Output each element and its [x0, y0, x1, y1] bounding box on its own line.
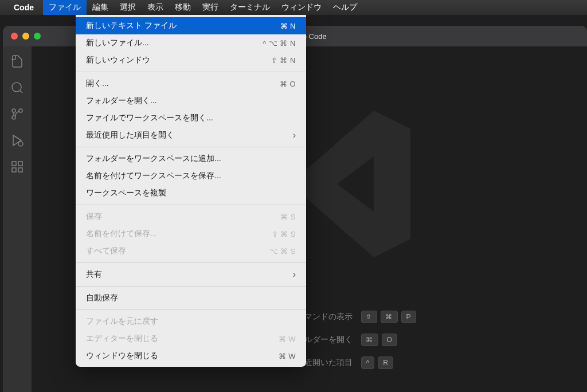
shortcut-keys: ⌘O	[361, 334, 397, 346]
source-control-icon[interactable]	[9, 106, 25, 122]
shortcut-keys: ⇧⌘P	[361, 311, 416, 323]
macos-menubar: Code ファイル編集選択表示移動実行ターミナルウィンドウヘルプ	[0, 0, 587, 15]
menu-item-label: 開く...	[86, 79, 109, 89]
menu-item-label: 名前を付けてワークスペースを保存...	[86, 171, 221, 181]
svg-point-6	[18, 142, 23, 146]
menubar-item-5[interactable]: 実行	[197, 0, 224, 15]
menu-item[interactable]: ウィンドウを閉じる⌘ W	[76, 347, 306, 364]
close-window-button[interactable]	[11, 33, 18, 40]
menu-separator	[76, 262, 306, 263]
menubar-item-7[interactable]: ウィンドウ	[276, 0, 327, 15]
menu-item-label: ワークスペースを複製	[86, 188, 166, 198]
menu-item-label: フォルダーをワークスペースに追加...	[86, 154, 221, 164]
menu-item-label: ファイルでワークスペースを開く...	[86, 113, 213, 123]
svg-point-0	[12, 83, 21, 92]
menu-item[interactable]: 自動保存	[76, 289, 306, 307]
chevron-right-icon: ›	[293, 269, 296, 280]
menu-shortcut: ⌥ ⌘ S	[269, 247, 296, 256]
menu-item[interactable]: 新しいウィンドウ⇧ ⌘ N	[76, 52, 306, 69]
menu-item-label: エディターを閉じる	[86, 334, 158, 344]
menu-item[interactable]: 新しいファイル...^ ⌥ ⌘ N	[76, 34, 306, 52]
svg-line-1	[20, 91, 22, 93]
extensions-icon[interactable]	[9, 159, 25, 175]
file-menu-dropdown: 新しいテキスト ファイル⌘ N新しいファイル...^ ⌥ ⌘ N新しいウィンドウ…	[76, 15, 306, 367]
menu-item-label: 自動保存	[86, 293, 118, 303]
menu-item[interactable]: ワークスペースを複製	[76, 185, 306, 202]
svg-rect-7	[12, 162, 16, 166]
maximize-window-button[interactable]	[34, 33, 41, 40]
menu-item-label: すべて保存	[86, 246, 126, 256]
svg-rect-9	[12, 168, 16, 172]
menu-separator	[76, 205, 306, 205]
svg-rect-8	[18, 162, 22, 166]
menu-shortcut: ^ ⌥ ⌘ N	[263, 39, 296, 48]
menu-item[interactable]: 新しいテキスト ファイル⌘ N	[76, 17, 306, 34]
menubar-item-6[interactable]: ターミナル	[224, 0, 276, 15]
menubar-item-1[interactable]: 編集	[87, 0, 114, 15]
key: ⇧	[361, 311, 377, 323]
menubar-item-4[interactable]: 移動	[169, 0, 197, 15]
key: R	[378, 356, 393, 369]
menu-item[interactable]: フォルダーを開く...	[76, 92, 306, 109]
menu-item-label: 共有	[86, 269, 102, 280]
run-debug-icon[interactable]	[9, 132, 25, 148]
menu-separator	[76, 286, 306, 287]
key: O	[381, 334, 397, 346]
files-icon[interactable]	[9, 53, 25, 69]
menu-shortcut: ⇧ ⌘ S	[272, 230, 296, 238]
menu-shortcut: ⇧ ⌘ N	[271, 56, 296, 65]
menu-item[interactable]: 名前を付けてワークスペースを保存...	[76, 167, 306, 185]
menu-item-label: 新しいウィンドウ	[86, 55, 150, 65]
menu-item[interactable]: フォルダーをワークスペースに追加...	[76, 150, 306, 167]
menu-item[interactable]: 開く...⌘ O	[76, 75, 306, 92]
svg-rect-10	[18, 168, 22, 172]
shortcut-keys: ^R	[361, 356, 393, 369]
menu-item: 保存⌘ S	[76, 208, 306, 225]
menu-shortcut: ⌘ W	[279, 352, 296, 360]
menu-item-label: フォルダーを開く...	[86, 96, 157, 106]
menu-item: エディターを閉じる⌘ W	[76, 330, 306, 347]
key: ^	[361, 356, 374, 369]
menu-item-label: 新しいファイル...	[86, 38, 149, 48]
key: P	[401, 311, 416, 323]
svg-point-2	[19, 109, 22, 112]
activity-bar	[3, 46, 32, 392]
menu-item-label: 最近使用した項目を開く	[86, 130, 174, 140]
key: ⌘	[361, 334, 378, 346]
svg-marker-5	[13, 135, 21, 146]
menu-separator	[76, 309, 306, 310]
menu-shortcut: ⌘ W	[279, 335, 296, 343]
menubar-item-0[interactable]: ファイル	[43, 0, 87, 15]
svg-point-4	[12, 109, 15, 112]
menu-item[interactable]: 最近使用した項目を開く›	[76, 127, 306, 144]
search-icon[interactable]	[9, 80, 25, 96]
svg-point-3	[12, 116, 15, 119]
menu-item-label: 保存	[86, 211, 102, 222]
menubar-item-2[interactable]: 選択	[114, 0, 142, 15]
menubar-item-3[interactable]: 表示	[142, 0, 169, 15]
menu-shortcut: ⌘ O	[280, 80, 296, 88]
chevron-right-icon: ›	[293, 130, 296, 140]
menu-separator	[76, 147, 306, 147]
menu-item: ファイルを元に戻す	[76, 313, 306, 330]
menu-separator	[76, 72, 306, 72]
menu-item: すべて保存⌥ ⌘ S	[76, 242, 306, 260]
menu-item-label: 新しいテキスト ファイル	[86, 21, 177, 31]
menu-item: 名前を付けて保存...⇧ ⌘ S	[76, 225, 306, 242]
menu-shortcut: ⌘ S	[280, 213, 296, 221]
key: ⌘	[380, 311, 397, 323]
menu-item[interactable]: ファイルでワークスペースを開く...	[76, 109, 306, 127]
menu-shortcut: ⌘ N	[280, 22, 296, 30]
menubar-item-8[interactable]: ヘルプ	[327, 0, 363, 15]
menu-item-label: ファイルを元に戻す	[86, 316, 158, 327]
minimize-window-button[interactable]	[22, 33, 29, 40]
menu-item-label: 名前を付けて保存...	[86, 229, 157, 239]
menu-item-label: ウィンドウを閉じる	[86, 351, 158, 361]
menu-item[interactable]: 共有›	[76, 266, 306, 283]
traffic-lights	[11, 33, 41, 40]
app-name[interactable]: Code	[14, 3, 34, 12]
